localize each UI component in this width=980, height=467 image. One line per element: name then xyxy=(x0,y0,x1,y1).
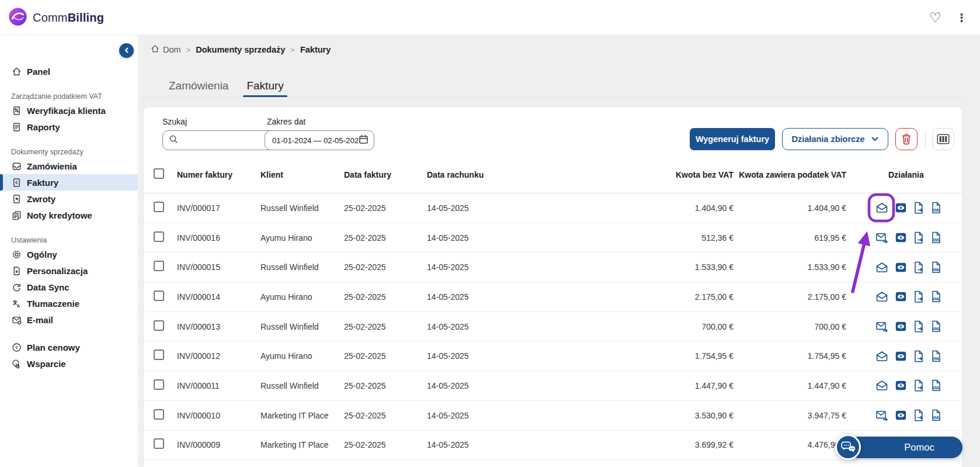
sidebar-item-data-sync[interactable]: Data Sync xyxy=(0,279,138,295)
tab-strip: Zamówienia Faktury xyxy=(143,75,962,98)
sidebar-item-ogólny[interactable]: Ogólny xyxy=(0,246,138,262)
returns-icon xyxy=(11,193,22,204)
export-document-icon[interactable] xyxy=(913,350,924,362)
preview-eye-icon[interactable] xyxy=(895,233,906,243)
preview-eye-icon[interactable] xyxy=(895,410,906,420)
table-row: INV/000015 Russell Winfield 25-02-2025 1… xyxy=(144,252,962,282)
sidebar-item-label: Zwroty xyxy=(27,194,55,204)
column-settings-button[interactable] xyxy=(932,128,954,150)
row-checkbox[interactable] xyxy=(154,350,164,360)
generate-invoices-button[interactable]: Wygeneruj faktury xyxy=(690,128,775,150)
sidebar-item-label: E-mail xyxy=(27,315,53,325)
kebab-menu-icon[interactable]: ⋮ xyxy=(956,0,967,35)
preview-eye-icon[interactable] xyxy=(895,380,906,390)
delete-button[interactable] xyxy=(895,128,918,150)
row-checkbox[interactable] xyxy=(154,261,164,271)
sidebar-nav: PanelZarządzanie podatkiem VATWeryfikacj… xyxy=(0,35,138,372)
amount-net-cell: 1.404,90 € xyxy=(515,203,734,213)
search-box[interactable] xyxy=(162,130,276,150)
translate-icon: A xyxy=(11,298,22,309)
preview-eye-icon[interactable] xyxy=(895,321,906,331)
sidebar-item-tłumaczenie[interactable]: ATłumaczenie xyxy=(0,295,138,312)
help-button[interactable]: Pomoc xyxy=(848,437,962,458)
export-document-icon[interactable] xyxy=(913,202,924,214)
sidebar-collapse-button[interactable] xyxy=(119,43,134,58)
help-chat-icon[interactable] xyxy=(835,434,861,460)
export-document-icon[interactable] xyxy=(913,409,924,421)
client-cell: Ayumu Hirano xyxy=(260,292,344,302)
export-xml-icon[interactable]: XML xyxy=(931,409,942,421)
top-bar: CommBilling ♡ ⋮ xyxy=(0,0,980,35)
email-opened-icon[interactable] xyxy=(875,380,888,391)
export-xml-icon[interactable]: XML xyxy=(931,202,942,214)
email-send-icon[interactable] xyxy=(875,410,888,421)
preview-eye-icon[interactable] xyxy=(895,203,906,213)
sidebar-item-panel[interactable]: Panel xyxy=(0,63,138,79)
email-opened-icon[interactable] xyxy=(875,202,888,213)
row-checkbox[interactable] xyxy=(154,438,164,449)
sidebar-item-noty-kredytowe[interactable]: Noty kredytowe xyxy=(0,207,138,223)
row-checkbox[interactable] xyxy=(154,379,164,390)
invoice-date-cell: 25-02-2025 xyxy=(344,381,427,390)
row-actions: XML xyxy=(846,320,962,333)
amount-gross-cell: 1.447,90 € xyxy=(734,381,846,390)
sidebar-item-weryfikacja-klienta[interactable]: Weryfikacja klienta xyxy=(0,102,138,119)
export-xml-icon[interactable]: XML xyxy=(931,320,942,333)
sidebar-item-raporty[interactable]: Raporty xyxy=(0,119,138,135)
search-input[interactable] xyxy=(182,136,269,145)
sidebar-item-faktury[interactable]: €Faktury xyxy=(0,174,138,191)
sidebar-item-label: Data Sync xyxy=(27,282,69,292)
tab-zamowienia[interactable]: Zamówienia xyxy=(169,75,228,97)
email-send-icon[interactable] xyxy=(875,321,888,332)
sidebar-section-label: Zarządzanie podatkiem VAT xyxy=(0,91,138,102)
search-icon xyxy=(169,134,178,146)
export-document-icon[interactable] xyxy=(913,379,924,392)
table-row: INV/000010 Marketing IT Place 25-02-2025… xyxy=(144,401,962,431)
email-opened-icon[interactable] xyxy=(875,351,888,362)
tab-faktury[interactable]: Faktury xyxy=(246,75,283,97)
sidebar-item-e-mail[interactable]: E-mail xyxy=(0,312,138,328)
export-xml-icon[interactable]: XML xyxy=(931,379,942,392)
favorite-heart-icon[interactable]: ♡ xyxy=(929,0,941,35)
column-header-billing-date: Data rachunku xyxy=(427,170,515,179)
sidebar-item-zwroty[interactable]: Zwroty xyxy=(0,191,138,207)
row-checkbox[interactable] xyxy=(154,320,164,331)
sidebar-item-zamówienia[interactable]: Zamówienia xyxy=(0,158,138,174)
email-send-icon[interactable] xyxy=(875,232,888,243)
billing-date-cell: 14-05-2025 xyxy=(427,351,515,361)
toolbar-divider xyxy=(925,130,926,148)
email-opened-icon[interactable] xyxy=(875,262,888,273)
svg-text:XML: XML xyxy=(932,386,940,390)
export-xml-icon[interactable]: XML xyxy=(931,231,942,244)
sidebar-item-wsparcie[interactable]: Wsparcie xyxy=(0,355,138,372)
invoice-date-cell: 25-02-2025 xyxy=(344,411,427,420)
breadcrumb-item-faktury[interactable]: Faktury xyxy=(300,45,331,54)
export-xml-icon[interactable]: XML xyxy=(931,350,942,362)
preview-eye-icon[interactable] xyxy=(895,351,906,361)
sidebar-item-personalizacja[interactable]: Personalizacja xyxy=(0,262,138,279)
export-xml-icon[interactable]: XML xyxy=(931,290,942,303)
breadcrumb-item-dokumenty[interactable]: Dokumenty sprzedaży xyxy=(196,45,285,54)
export-xml-icon[interactable]: XML xyxy=(931,261,942,274)
amount-gross-cell: 619,95 € xyxy=(734,233,846,243)
email-opened-icon[interactable] xyxy=(875,291,888,302)
sidebar-item-plan-cenowy[interactable]: €Plan cenowy xyxy=(0,339,138,355)
export-document-icon[interactable] xyxy=(913,231,924,244)
credit-notes-icon xyxy=(11,210,22,220)
date-range-picker[interactable]: 01-01-2024 — 02-05-202 xyxy=(265,130,374,150)
row-checkbox[interactable] xyxy=(154,202,164,212)
row-checkbox[interactable] xyxy=(154,231,164,242)
row-checkbox[interactable] xyxy=(154,290,164,301)
export-document-icon[interactable] xyxy=(913,261,924,274)
amount-gross-cell: 700,00 € xyxy=(734,322,846,331)
sidebar-item-label: Plan cenowy xyxy=(27,343,80,352)
export-document-icon[interactable] xyxy=(913,290,924,303)
preview-eye-icon[interactable] xyxy=(895,292,906,302)
bulk-actions-button[interactable]: Działania zbiorcze xyxy=(782,128,888,150)
data-sync-icon xyxy=(11,282,22,292)
preview-eye-icon[interactable] xyxy=(895,262,906,272)
row-checkbox[interactable] xyxy=(154,409,164,420)
select-all-checkbox[interactable] xyxy=(154,168,164,179)
export-document-icon[interactable] xyxy=(913,320,924,333)
breadcrumb-home[interactable]: Dom xyxy=(151,44,181,55)
